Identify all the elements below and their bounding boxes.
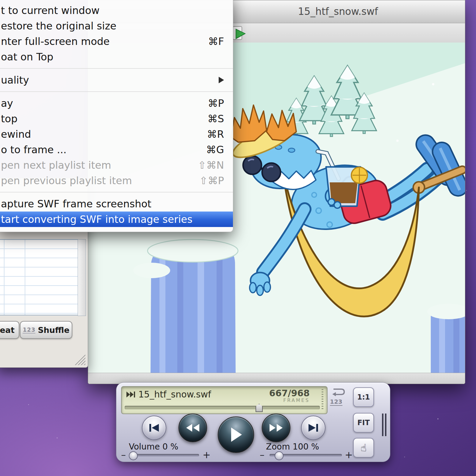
menu-item-rewind[interactable]: ewind⌘R	[0, 126, 233, 142]
lcd-filename-row: 15_htf_snow.swf	[126, 389, 211, 400]
playlist-grid-line	[4, 240, 4, 315]
menu-item-fit-to-current-window[interactable]: t to current window	[0, 3, 233, 18]
playlist-scrollbar[interactable]	[78, 239, 86, 316]
volume-label: Volume 0 %	[129, 442, 178, 452]
menu-item-float-on-top[interactable]: oat on Top	[0, 49, 233, 65]
ice-pillar	[427, 304, 465, 373]
zoom-slider[interactable]	[270, 454, 342, 456]
playlist-table[interactable]	[0, 239, 78, 315]
volume-minus[interactable]: –	[121, 449, 126, 461]
menu-item-stop[interactable]: top⌘S	[0, 111, 233, 126]
zoom-plus[interactable]: +	[345, 449, 353, 461]
menu-item-capture-swf-screenshot[interactable]: apture SWF frame screenshot	[0, 196, 233, 212]
fast-forward-button[interactable]	[262, 414, 290, 442]
panel-grip-handle[interactable]	[382, 414, 383, 436]
skip-to-end-button[interactable]	[301, 416, 325, 440]
lcd-filename: 15_htf_snow.swf	[138, 389, 211, 400]
player-control-panel: 15_htf_snow.swf 667/968 FRAMES 123 Volum…	[116, 382, 390, 462]
rewind-button[interactable]	[178, 414, 207, 442]
frames-label: FRAMES	[283, 397, 310, 403]
shuffle-123-icon: 123	[23, 326, 35, 333]
repeat-button-label: eat	[0, 325, 15, 335]
playing-indicator-icon	[126, 391, 136, 398]
menu-item-quality[interactable]: uality	[0, 72, 233, 88]
one-to-one-button[interactable]: 1:1	[353, 387, 374, 407]
zoom-thumb[interactable]	[275, 451, 284, 460]
menu-item-open-previous-playlist-item[interactable]: pen previous playlist item⇧⌘P	[0, 173, 233, 188]
menu-item-open-next-playlist-item[interactable]: pen next playlist item⇧⌘N	[0, 157, 233, 173]
loop-icon[interactable]	[330, 386, 347, 396]
panel-grip-handle[interactable]	[385, 414, 386, 436]
frame-counter: 667/968	[269, 388, 310, 398]
volume-thumb[interactable]	[129, 451, 138, 460]
menu-item-go-to-frame[interactable]: o to frame ...⌘G	[0, 142, 233, 157]
menu-separator	[0, 91, 233, 92]
zoom-label: Zoom 100 %	[266, 442, 319, 452]
play-document-icon[interactable]	[232, 26, 246, 42]
playlist-grid-line	[25, 240, 25, 315]
fit-button[interactable]: FIT	[353, 413, 374, 433]
menu-separator	[0, 68, 233, 69]
lcd-dotted-divider	[322, 389, 323, 411]
hand-icon: ☝	[361, 442, 367, 454]
submenu-arrow-icon	[219, 77, 224, 83]
shuffle-button-label: Shuffle	[38, 325, 69, 335]
menu-item-restore-original-size[interactable]: estore the original size	[0, 18, 233, 34]
zoom-minus[interactable]: –	[260, 449, 264, 461]
menu-item-start-converting-swf[interactable]: tart converting SWF into image series	[0, 212, 233, 227]
lcd-display: 15_htf_snow.swf 667/968 FRAMES	[121, 386, 328, 414]
frame-progress-slider[interactable]	[125, 406, 320, 409]
menu-item-enter-fullscreen[interactable]: nter full-screen mode⌘F	[0, 34, 233, 49]
shuffle-button[interactable]: 123 Shuffle	[20, 321, 72, 339]
volume-plus[interactable]: +	[203, 449, 211, 461]
hand-tool-button[interactable]: ☝	[353, 438, 374, 458]
context-menu: t to current window estore the original …	[0, 0, 233, 232]
sequence-123-icon[interactable]: 123	[330, 398, 342, 406]
progress-thumb[interactable]	[256, 404, 263, 412]
skip-to-start-button[interactable]	[142, 416, 166, 440]
menu-item-play[interactable]: ay⌘P	[0, 95, 233, 111]
window-title: 15_htf_snow.swf	[298, 6, 378, 17]
play-button[interactable]	[218, 416, 254, 453]
volume-slider[interactable]	[131, 454, 199, 456]
window-resize-grip[interactable]	[75, 354, 85, 365]
menu-separator	[0, 192, 233, 192]
repeat-button[interactable]: eat	[0, 321, 19, 339]
